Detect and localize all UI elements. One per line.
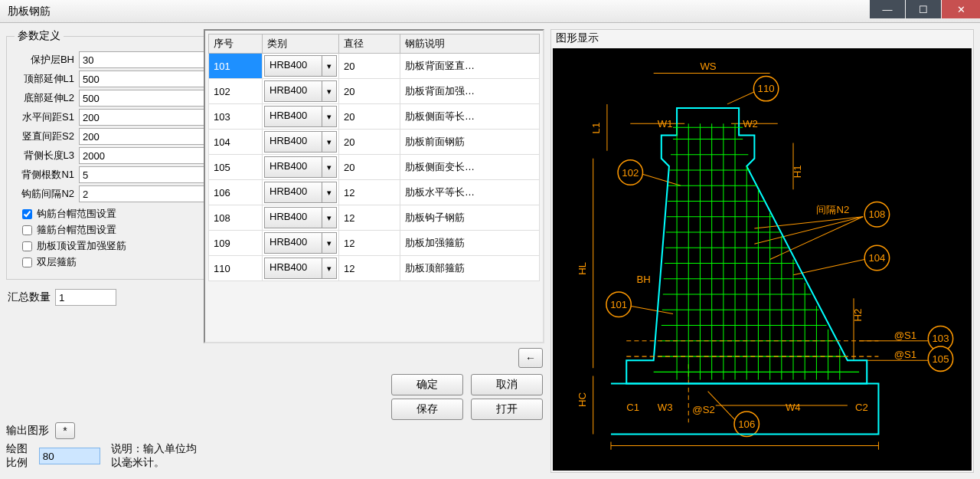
type-combo[interactable]: HRB400: [263, 104, 338, 129]
param-input[interactable]: [79, 90, 215, 107]
svg-text:间隔N2: 间隔N2: [816, 204, 849, 215]
cell-diameter[interactable]: 12: [339, 231, 400, 256]
param-checkbox-row[interactable]: 双层箍筋: [15, 255, 215, 269]
cell-desc[interactable]: 肋板背面竖直…: [400, 54, 540, 79]
chevron-down-icon[interactable]: [322, 258, 337, 279]
chevron-down-icon[interactable]: [322, 156, 337, 178]
param-input[interactable]: [79, 128, 215, 145]
svg-text:106: 106: [738, 418, 755, 430]
param-checkbox-row[interactable]: 钩筋台帽范围设置: [15, 207, 215, 221]
type-combo[interactable]: HRB400: [263, 205, 338, 230]
cell-no[interactable]: 108: [209, 205, 263, 231]
cell-no[interactable]: 102: [209, 79, 263, 104]
diagram-canvas: WS 110 W1 W2 L1 H1: [553, 48, 972, 471]
cell-desc[interactable]: 肋板侧面等长…: [400, 104, 540, 130]
svg-text:@S2: @S2: [692, 404, 714, 415]
svg-text:@S1: @S1: [894, 349, 916, 360]
cell-diameter[interactable]: 20: [339, 79, 400, 104]
chevron-down-icon[interactable]: [322, 207, 337, 228]
cell-no[interactable]: 105: [209, 155, 263, 180]
cell-diameter[interactable]: 20: [339, 155, 400, 180]
output-shape-button[interactable]: *: [55, 422, 75, 439]
table-header[interactable]: 直径: [339, 34, 400, 54]
chevron-down-icon[interactable]: [322, 131, 337, 153]
table-row[interactable]: 102HRB40020肋板背面加强…: [209, 79, 540, 104]
hint-text: 说明：输入单位均以毫米计。: [111, 442, 198, 470]
svg-line-22: [793, 260, 864, 275]
table-row[interactable]: 104HRB40020肋板前面钢筋: [209, 130, 540, 155]
chevron-down-icon[interactable]: [322, 232, 337, 254]
cell-desc[interactable]: 肋板加强箍筋: [400, 231, 540, 256]
type-combo[interactable]: HRB400: [263, 256, 338, 281]
svg-text:@S1: @S1: [894, 330, 916, 341]
table-row[interactable]: 109HRB40012肋板加强箍筋: [209, 231, 540, 256]
table-row[interactable]: 101HRB40020肋板背面竖直…: [209, 54, 540, 79]
cell-diameter[interactable]: 12: [339, 205, 400, 231]
type-combo[interactable]: HRB400: [263, 180, 338, 205]
cancel-button[interactable]: 取消: [471, 374, 543, 395]
minimize-button[interactable]: —: [870, 0, 905, 18]
cell-diameter[interactable]: 12: [339, 256, 400, 281]
param-checkbox[interactable]: [22, 241, 32, 251]
save-button[interactable]: 保存: [391, 399, 463, 420]
cell-no[interactable]: 103: [209, 104, 263, 130]
ratio-input[interactable]: [39, 448, 100, 464]
cell-desc[interactable]: 肋板水平等长…: [400, 180, 540, 205]
cell-no[interactable]: 104: [209, 130, 263, 155]
param-input[interactable]: [79, 109, 215, 126]
cell-desc[interactable]: 肋板侧面变长…: [400, 155, 540, 180]
summary-input[interactable]: [55, 289, 116, 306]
param-checkbox[interactable]: [22, 209, 32, 219]
close-button[interactable]: ✕: [942, 0, 980, 18]
maximize-button[interactable]: ☐: [906, 0, 941, 18]
param-input[interactable]: [79, 166, 215, 183]
diagram-box: 图形显示 WS 110 W1 W2: [550, 29, 974, 473]
table-header[interactable]: 钢筋说明: [400, 34, 540, 54]
type-combo[interactable]: HRB400: [263, 54, 338, 78]
param-input[interactable]: [79, 185, 215, 202]
ok-button[interactable]: 确定: [391, 374, 463, 395]
type-combo[interactable]: HRB400: [263, 79, 338, 103]
chevron-down-icon[interactable]: [322, 106, 337, 127]
cell-desc[interactable]: 肋板钩子钢筋: [400, 205, 540, 231]
open-button[interactable]: 打开: [471, 399, 543, 420]
param-label: 竖直间距S2: [15, 130, 79, 143]
table-row[interactable]: 110HRB40012肋板顶部箍筋: [209, 256, 540, 281]
cell-diameter[interactable]: 20: [339, 104, 400, 130]
table-row[interactable]: 108HRB40012肋板钩子钢筋: [209, 205, 540, 231]
cell-desc[interactable]: 肋板前面钢筋: [400, 130, 540, 155]
bottom-controls: 输出图形 * 绘图比例 说明：输入单位均以毫米计。: [6, 415, 198, 473]
cell-desc[interactable]: 肋板顶部箍筋: [400, 256, 540, 281]
type-combo[interactable]: HRB400: [263, 130, 338, 154]
chevron-down-icon[interactable]: [322, 182, 337, 203]
svg-text:W1: W1: [658, 118, 673, 130]
param-checkbox-row[interactable]: 肋板顶设置加强竖筋: [15, 239, 215, 253]
table-header[interactable]: 类别: [263, 34, 339, 54]
type-combo[interactable]: HRB400: [263, 231, 338, 255]
param-input[interactable]: [79, 51, 215, 68]
cell-no[interactable]: 106: [209, 180, 263, 205]
combo-value: HRB400: [264, 106, 322, 127]
table-row[interactable]: 103HRB40020肋板侧面等长…: [209, 104, 540, 130]
type-combo[interactable]: HRB400: [263, 155, 338, 179]
cell-diameter[interactable]: 20: [339, 130, 400, 155]
param-checkbox[interactable]: [22, 258, 32, 267]
chevron-down-icon[interactable]: [322, 80, 337, 102]
cell-diameter[interactable]: 20: [339, 54, 400, 79]
cell-no[interactable]: 101: [209, 54, 263, 79]
param-checkbox-row[interactable]: 箍筋台帽范围设置: [15, 223, 215, 237]
param-checkbox[interactable]: [22, 225, 32, 235]
param-input[interactable]: [79, 147, 215, 164]
cell-no[interactable]: 110: [209, 256, 263, 281]
window-title: 肋板钢筋: [8, 5, 51, 18]
cell-no[interactable]: 109: [209, 231, 263, 256]
param-row: 钩筋间隔N2: [15, 185, 215, 202]
table-row[interactable]: 105HRB40020肋板侧面变长…: [209, 155, 540, 180]
table-header[interactable]: 序号: [209, 34, 263, 54]
cell-desc[interactable]: 肋板背面加强…: [400, 79, 540, 104]
cell-diameter[interactable]: 12: [339, 180, 400, 205]
back-button[interactable]: ←: [518, 348, 543, 368]
param-input[interactable]: [79, 71, 215, 87]
table-row[interactable]: 106HRB40012肋板水平等长…: [209, 180, 540, 205]
chevron-down-icon[interactable]: [322, 55, 337, 77]
